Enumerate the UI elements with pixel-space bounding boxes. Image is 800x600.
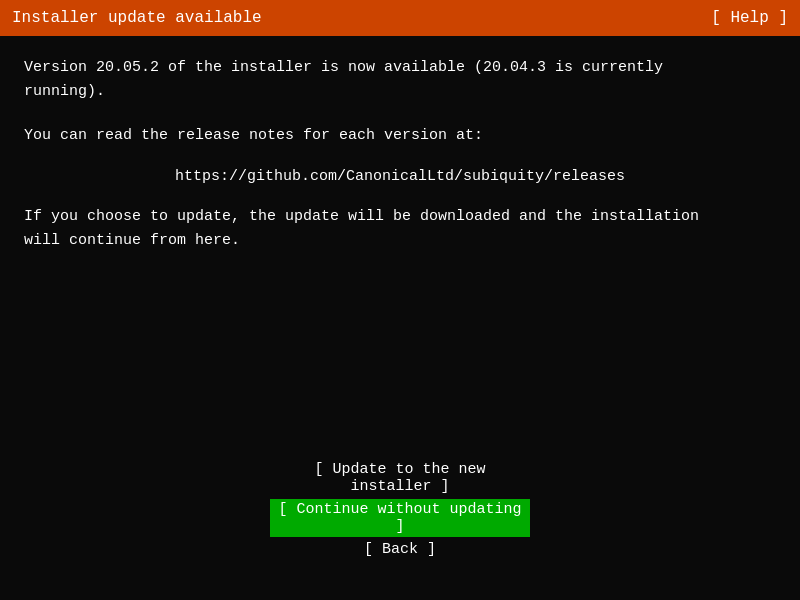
update-description-paragraph: If you choose to update, the update will… — [24, 205, 776, 253]
release-notes-paragraph: You can read the release notes for each … — [24, 124, 776, 148]
buttons-area: [ Update to the new installer ] [ Contin… — [0, 459, 800, 560]
help-button[interactable]: [ Help ] — [711, 9, 788, 27]
version-paragraph: Version 20.05.2 of the installer is now … — [24, 56, 776, 104]
title-text: Installer update available — [12, 9, 262, 27]
app-container: Installer update available [ Help ] Vers… — [0, 0, 800, 600]
back-button[interactable]: [ Back ] — [270, 539, 530, 560]
update-button[interactable]: [ Update to the new installer ] — [270, 459, 530, 497]
continue-without-updating-button[interactable]: [ Continue without updating ] — [270, 499, 530, 537]
title-bar: Installer update available [ Help ] — [0, 0, 800, 36]
url-line: https://github.com/CanonicalLtd/subiquit… — [24, 168, 776, 185]
